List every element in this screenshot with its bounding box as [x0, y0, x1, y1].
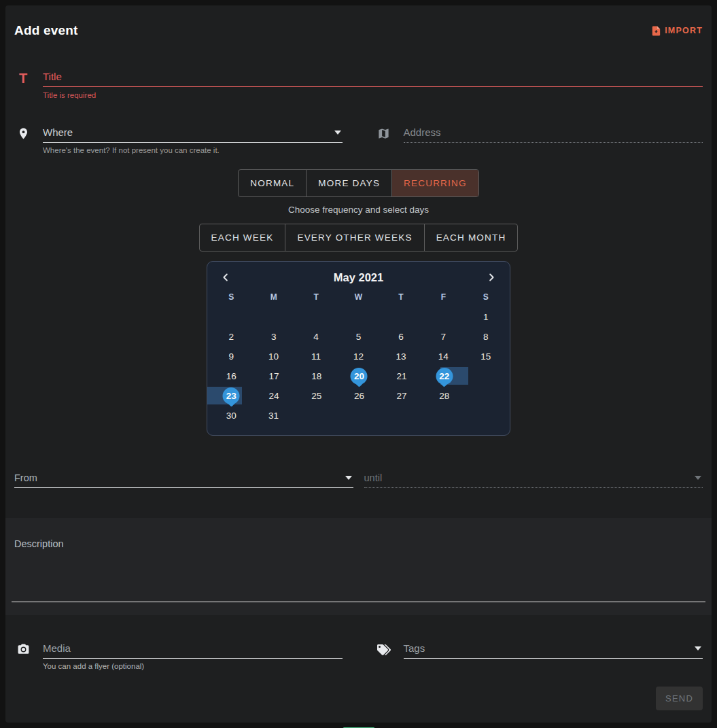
date-picker-calendar: May 2021 SMTWTFS 12345678910111213141516… [207, 261, 510, 436]
calendar-month-label: May 2021 [334, 271, 383, 284]
tags-select[interactable]: Tags [404, 642, 703, 670]
until-value[interactable]: until [364, 472, 693, 483]
calendar-day-10[interactable]: 10 [252, 347, 294, 366]
page-title: Add event [14, 23, 78, 38]
from-value[interactable]: From [14, 472, 343, 483]
media-tags-row: Media You can add a flyer (optional) Tag… [14, 642, 703, 670]
calendar-grid: 1234567891011121314151617181920212223242… [210, 307, 507, 426]
calendar-next-button[interactable] [484, 270, 499, 285]
weekday-label: T [295, 292, 337, 302]
where-hint: Where's the event? If not present you ca… [43, 146, 343, 154]
tab-normal[interactable]: NORMAL [239, 170, 306, 196]
camera-icon [14, 643, 32, 670]
calendar-empty-cell [422, 307, 464, 327]
description-textarea[interactable]: Description [5, 518, 712, 615]
media-field[interactable]: Media You can add a flyer (optional) [43, 642, 343, 670]
location-row: Where Where's the event? If not present … [14, 126, 703, 154]
calendar-day-13[interactable]: 13 [380, 347, 422, 366]
send-button[interactable]: SEND [656, 687, 703, 710]
calendar-day-14[interactable]: 14 [422, 347, 464, 366]
title-error-text: Title is required [43, 91, 703, 99]
calendar-day-1[interactable]: 1 [465, 307, 507, 327]
calendar-prev-button[interactable] [218, 270, 233, 285]
chevron-left-icon [220, 271, 232, 283]
tab-more-days[interactable]: MORE DAYS [306, 170, 391, 196]
tags-icon [375, 643, 393, 670]
calendar-day-24[interactable]: 24 [253, 386, 296, 406]
address-field[interactable]: Address [404, 126, 703, 154]
time-row: From until [14, 472, 703, 488]
import-label: IMPORT [665, 26, 703, 35]
calendar-day-26[interactable]: 26 [338, 386, 381, 406]
title-icon: T [14, 71, 32, 85]
calendar-empty-cell [210, 307, 252, 327]
calendar-empty-cell [252, 307, 294, 327]
calendar-day-27[interactable]: 27 [381, 386, 423, 406]
dialog-header: Add event IMPORT [14, 5, 703, 38]
frequency-option-every-other-weeks[interactable]: EVERY OTHER WEEKS [285, 224, 423, 251]
media-hint: You can add a flyer (optional) [43, 662, 343, 670]
calendar-day-25[interactable]: 25 [295, 386, 338, 406]
calendar-day-11[interactable]: 11 [295, 347, 337, 366]
calendar-day-31[interactable]: 31 [252, 406, 294, 426]
calendar-day-6[interactable]: 6 [380, 327, 422, 347]
footer-actions: SEND [14, 687, 703, 710]
calendar-empty-cell [337, 307, 379, 327]
map-icon [375, 127, 393, 154]
calendar-empty-cell [380, 307, 422, 327]
calendar-day-20[interactable]: 20 [338, 366, 381, 386]
calendar-day-7[interactable]: 7 [422, 327, 464, 347]
frequency-option-each-month[interactable]: EACH MONTH [424, 224, 518, 251]
chevron-down-icon[interactable] [695, 646, 701, 651]
media-input[interactable]: Media [43, 642, 343, 654]
file-import-icon [650, 25, 662, 37]
weekday-label: M [252, 292, 294, 302]
where-value[interactable]: Where [43, 126, 332, 138]
tags-value[interactable]: Tags [404, 642, 693, 654]
calendar-day-18[interactable]: 18 [295, 366, 338, 386]
calendar-day-8[interactable]: 8 [465, 327, 507, 347]
import-button[interactable]: IMPORT [650, 25, 703, 37]
frequency-options: EACH WEEKEVERY OTHER WEEKSEACH MONTH [14, 224, 703, 252]
calendar-day-12[interactable]: 12 [337, 347, 379, 366]
description-underline [12, 602, 705, 602]
calendar-day-9[interactable]: 9 [210, 347, 252, 366]
calendar-weekday-header: SMTWTFS [210, 292, 507, 302]
address-input[interactable]: Address [404, 126, 703, 138]
until-select[interactable]: until [364, 472, 703, 488]
description-placeholder: Description [14, 538, 703, 549]
calendar-day-28[interactable]: 28 [423, 386, 466, 406]
from-select[interactable]: From [14, 472, 353, 488]
calendar-day-22[interactable]: 22 [423, 366, 466, 386]
calendar-day-30[interactable]: 30 [210, 406, 252, 426]
location-pin-icon [14, 127, 32, 154]
calendar-day-15[interactable]: 15 [465, 347, 507, 366]
frequency-hint: Choose frequency and select days [14, 205, 703, 215]
chevron-down-icon[interactable] [334, 131, 341, 135]
chevron-down-icon[interactable] [345, 476, 352, 480]
calendar-day-16[interactable]: 16 [210, 366, 253, 386]
chevron-right-icon [485, 271, 497, 283]
calendar-empty-cell [465, 406, 507, 426]
calendar-day-5[interactable]: 5 [337, 327, 379, 347]
frequency-option-each-week[interactable]: EACH WEEK [200, 224, 285, 251]
calendar-empty-cell [295, 406, 337, 426]
calendar-empty-cell [295, 307, 337, 327]
tab-recurring[interactable]: RECURRING [391, 170, 478, 196]
calendar-day-4[interactable]: 4 [295, 327, 337, 347]
calendar-empty-cell [422, 406, 464, 426]
weekday-label: F [422, 292, 464, 302]
calendar-day-2[interactable]: 2 [210, 327, 252, 347]
where-select[interactable]: Where Where's the event? If not present … [43, 126, 343, 154]
calendar-day-3[interactable]: 3 [252, 327, 294, 347]
title-field-row: T Title Title is required [14, 71, 703, 99]
weekday-label: S [465, 292, 507, 302]
title-input[interactable]: Title [43, 71, 703, 82]
calendar-day-21[interactable]: 21 [381, 366, 423, 386]
event-mode-tabs: NORMALMORE DAYSRECURRING [14, 169, 703, 197]
calendar-day-23[interactable]: 23 [210, 386, 253, 406]
weekday-label: W [337, 292, 379, 302]
calendar-day-17[interactable]: 17 [253, 366, 296, 386]
title-field[interactable]: Title Title is required [43, 71, 703, 99]
weekday-label: S [210, 292, 252, 302]
